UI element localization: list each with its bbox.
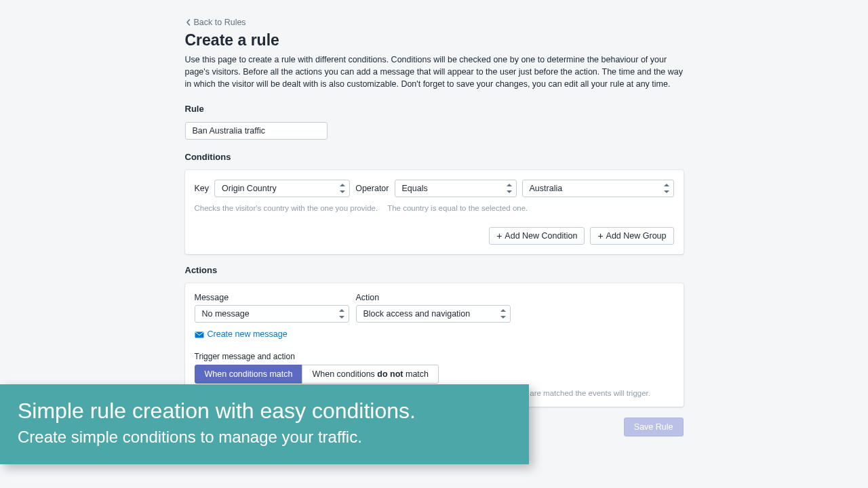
back-to-rules-link[interactable]: Back to Rules	[185, 18, 246, 27]
trigger-not-match-bold: do not	[377, 369, 403, 379]
updown-icon	[664, 184, 669, 193]
message-select[interactable]: No message	[195, 305, 349, 323]
operator-value: Equals	[402, 184, 428, 193]
promo-subtitle: Create simple conditions to manage your …	[18, 428, 511, 447]
promo-title: Simple rule creation with easy condition…	[18, 398, 511, 424]
trigger-not-match-prefix: When conditions	[312, 369, 377, 379]
rule-section-label: Rule	[185, 104, 684, 114]
mail-icon	[195, 331, 204, 338]
conditions-section-label: Conditions	[185, 152, 684, 162]
operator-select[interactable]: Equals	[395, 180, 517, 197]
chevron-left-icon	[185, 19, 192, 26]
operator-label: Operator	[355, 184, 389, 193]
key-select[interactable]: Origin Country	[214, 180, 350, 197]
add-group-label: Add New Group	[606, 231, 667, 241]
key-value: Origin Country	[222, 184, 277, 193]
save-label: Save Rule	[634, 422, 673, 432]
operator-help: The country is equal to the selected one…	[387, 204, 528, 212]
actions-section-label: Actions	[185, 265, 684, 275]
add-condition-label: Add New Condition	[505, 231, 577, 241]
message-label: Message	[195, 293, 349, 302]
trigger-not-match-button[interactable]: When conditions do not match	[302, 365, 439, 384]
action-select[interactable]: Block access and navigation	[356, 305, 511, 323]
page-description: Use this page to create a rule with diff…	[185, 54, 684, 90]
plus-icon: +	[597, 231, 603, 241]
back-label: Back to Rules	[194, 18, 246, 27]
add-condition-button[interactable]: + Add New Condition	[489, 227, 585, 245]
action-label: Action	[356, 293, 511, 302]
create-message-label: Create new message	[208, 329, 288, 339]
trigger-match-button[interactable]: When conditions match	[195, 365, 303, 384]
rule-name-input[interactable]	[185, 122, 328, 140]
updown-icon	[339, 309, 344, 319]
create-message-link[interactable]: Create new message	[195, 329, 288, 339]
conditions-card: Key Origin Country Operator Equals Austr…	[185, 170, 684, 254]
updown-icon	[507, 184, 512, 193]
trigger-match-label: When conditions match	[205, 369, 293, 379]
key-label: Key	[195, 184, 210, 193]
plus-icon: +	[496, 231, 502, 241]
updown-icon	[500, 309, 506, 319]
message-value: No message	[202, 309, 250, 319]
trigger-not-match-suffix: match	[403, 369, 429, 379]
promo-banner: Simple rule creation with easy condition…	[0, 384, 529, 464]
updown-icon	[340, 184, 345, 193]
value-select[interactable]: Australia	[522, 180, 674, 197]
add-group-button[interactable]: + Add New Group	[590, 227, 673, 245]
action-value: Block access and navigation	[363, 309, 471, 319]
page-title: Create a rule	[185, 31, 684, 49]
save-rule-button[interactable]: Save Rule	[624, 418, 684, 436]
value-value: Australia	[530, 184, 563, 193]
key-help: Checks the visitor's country with the on…	[195, 204, 378, 212]
trigger-label: Trigger message and action	[195, 352, 674, 361]
